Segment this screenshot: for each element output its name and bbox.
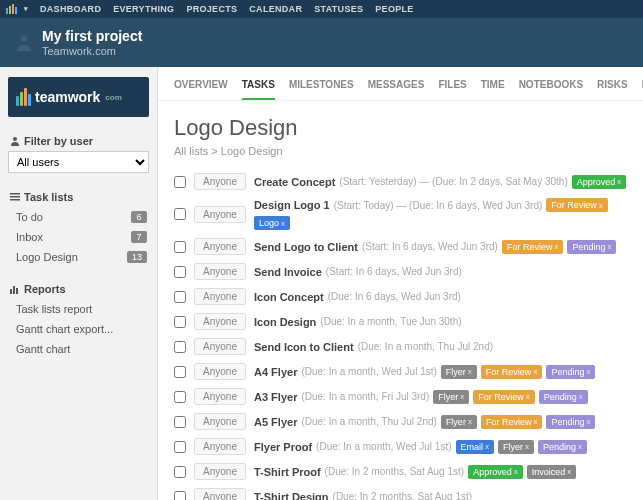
tag-remove-icon[interactable]: x bbox=[586, 417, 590, 426]
tag-remove-icon[interactable]: x bbox=[599, 201, 603, 210]
task-checkbox[interactable] bbox=[174, 241, 186, 253]
task-checkbox[interactable] bbox=[174, 208, 186, 220]
assignee-button[interactable]: Anyone bbox=[194, 313, 246, 330]
assignee-button[interactable]: Anyone bbox=[194, 238, 246, 255]
tab-milestones[interactable]: MILESTONES bbox=[289, 79, 354, 100]
task-checkbox[interactable] bbox=[174, 341, 186, 353]
task-title[interactable]: Send Icon to Client bbox=[254, 341, 354, 353]
tag-for-review[interactable]: For Review x bbox=[473, 390, 535, 404]
task-title[interactable]: Icon Design bbox=[254, 316, 316, 328]
tag-remove-icon[interactable]: x bbox=[617, 177, 621, 186]
tag-pending[interactable]: Pending x bbox=[538, 440, 587, 454]
report-task-lists-report[interactable]: Task lists report bbox=[0, 299, 157, 319]
task-checkbox[interactable] bbox=[174, 266, 186, 278]
tag-remove-icon[interactable]: x bbox=[578, 442, 582, 451]
tab-files[interactable]: FILES bbox=[438, 79, 466, 100]
assignee-button[interactable]: Anyone bbox=[194, 363, 246, 380]
task-title[interactable]: T-Shirt Design bbox=[254, 491, 329, 501]
tasklist-to-do[interactable]: To do6 bbox=[0, 207, 157, 227]
tag-logo[interactable]: Logo x bbox=[254, 216, 290, 230]
assignee-button[interactable]: Anyone bbox=[194, 413, 246, 430]
tag-pending[interactable]: Pending x bbox=[567, 240, 616, 254]
app-menu-caret-icon[interactable]: ▾ bbox=[24, 5, 28, 13]
assignee-button[interactable]: Anyone bbox=[194, 388, 246, 405]
tab-overview[interactable]: OVERVIEW bbox=[174, 79, 228, 100]
tag-for-review[interactable]: For Review x bbox=[502, 240, 564, 254]
task-checkbox[interactable] bbox=[174, 416, 186, 428]
tag-remove-icon[interactable]: x bbox=[468, 367, 472, 376]
task-checkbox[interactable] bbox=[174, 176, 186, 188]
tag-approved[interactable]: Approved x bbox=[572, 175, 627, 189]
assignee-button[interactable]: Anyone bbox=[194, 263, 246, 280]
tab-time[interactable]: TIME bbox=[481, 79, 505, 100]
tag-for-review[interactable]: For Review x bbox=[481, 365, 543, 379]
topnav-projects[interactable]: PROJECTS bbox=[186, 4, 237, 14]
report-gantt-chart-export-[interactable]: Gantt chart export... bbox=[0, 319, 157, 339]
task-checkbox[interactable] bbox=[174, 491, 186, 501]
task-title[interactable]: A3 Flyer bbox=[254, 391, 297, 403]
tag-flyer[interactable]: Flyer x bbox=[441, 415, 477, 429]
task-title[interactable]: Create Concept bbox=[254, 176, 335, 188]
task-checkbox[interactable] bbox=[174, 466, 186, 478]
tab-tasks[interactable]: TASKS bbox=[242, 79, 275, 100]
tag-for-review[interactable]: For Review x bbox=[546, 198, 608, 212]
task-title[interactable]: T-Shirt Proof bbox=[254, 466, 321, 478]
tag-flyer[interactable]: Flyer x bbox=[433, 390, 469, 404]
tag-email[interactable]: Email x bbox=[456, 440, 495, 454]
tag-remove-icon[interactable]: x bbox=[468, 417, 472, 426]
tag-remove-icon[interactable]: x bbox=[586, 367, 590, 376]
task-checkbox[interactable] bbox=[174, 366, 186, 378]
tag-flyer[interactable]: Flyer x bbox=[441, 365, 477, 379]
tag-approved[interactable]: Approved x bbox=[468, 465, 523, 479]
tag-remove-icon[interactable]: x bbox=[281, 219, 285, 228]
tag-remove-icon[interactable]: x bbox=[460, 392, 464, 401]
tag-flyer[interactable]: Flyer x bbox=[498, 440, 534, 454]
tag-remove-icon[interactable]: x bbox=[579, 392, 583, 401]
task-checkbox[interactable] bbox=[174, 316, 186, 328]
breadcrumb-root[interactable]: All lists bbox=[174, 145, 208, 157]
assignee-button[interactable]: Anyone bbox=[194, 488, 246, 500]
assignee-button[interactable]: Anyone bbox=[194, 288, 246, 305]
tab-messages[interactable]: MESSAGES bbox=[368, 79, 425, 100]
tab-risks[interactable]: RISKS bbox=[597, 79, 628, 100]
tag-remove-icon[interactable]: x bbox=[514, 467, 518, 476]
tag-invoiced[interactable]: Invoiced x bbox=[527, 465, 577, 479]
task-checkbox[interactable] bbox=[174, 391, 186, 403]
task-title[interactable]: Send Logo to Client bbox=[254, 241, 358, 253]
report-gantt-chart[interactable]: Gantt chart bbox=[0, 339, 157, 359]
topnav-people[interactable]: PEOPLE bbox=[375, 4, 413, 14]
tag-pending[interactable]: Pending x bbox=[546, 415, 595, 429]
assignee-button[interactable]: Anyone bbox=[194, 173, 246, 190]
tag-remove-icon[interactable]: x bbox=[533, 417, 537, 426]
task-checkbox[interactable] bbox=[174, 441, 186, 453]
tag-pending[interactable]: Pending x bbox=[546, 365, 595, 379]
tasklist-logo-design[interactable]: Logo Design13 bbox=[0, 247, 157, 267]
task-title[interactable]: Icon Concept bbox=[254, 291, 324, 303]
tab-notebooks[interactable]: NOTEBOOKS bbox=[519, 79, 583, 100]
task-checkbox[interactable] bbox=[174, 291, 186, 303]
task-title[interactable]: Flyer Proof bbox=[254, 441, 312, 453]
topnav-everything[interactable]: EVERYTHING bbox=[113, 4, 174, 14]
assignee-button[interactable]: Anyone bbox=[194, 438, 246, 455]
tag-remove-icon[interactable]: x bbox=[485, 442, 489, 451]
task-title[interactable]: A5 Flyer bbox=[254, 416, 297, 428]
tag-remove-icon[interactable]: x bbox=[526, 392, 530, 401]
task-title[interactable]: Design Logo 1 bbox=[254, 199, 330, 211]
topnav-statuses[interactable]: STATUSES bbox=[314, 4, 363, 14]
assignee-button[interactable]: Anyone bbox=[194, 463, 246, 480]
tag-remove-icon[interactable]: x bbox=[607, 242, 611, 251]
topnav-dashboard[interactable]: DASHBOARD bbox=[40, 4, 101, 14]
tag-remove-icon[interactable]: x bbox=[533, 367, 537, 376]
tag-remove-icon[interactable]: x bbox=[525, 442, 529, 451]
topnav-calendar[interactable]: CALENDAR bbox=[249, 4, 302, 14]
tag-pending[interactable]: Pending x bbox=[539, 390, 588, 404]
task-title[interactable]: A4 Flyer bbox=[254, 366, 297, 378]
assignee-button[interactable]: Anyone bbox=[194, 338, 246, 355]
filter-user-select[interactable]: All users bbox=[8, 151, 149, 173]
tag-remove-icon[interactable]: x bbox=[567, 467, 571, 476]
tasklist-inbox[interactable]: Inbox7 bbox=[0, 227, 157, 247]
assignee-button[interactable]: Anyone bbox=[194, 206, 246, 223]
tag-for-review[interactable]: For Review x bbox=[481, 415, 543, 429]
task-title[interactable]: Send Invoice bbox=[254, 266, 322, 278]
tag-remove-icon[interactable]: x bbox=[554, 242, 558, 251]
